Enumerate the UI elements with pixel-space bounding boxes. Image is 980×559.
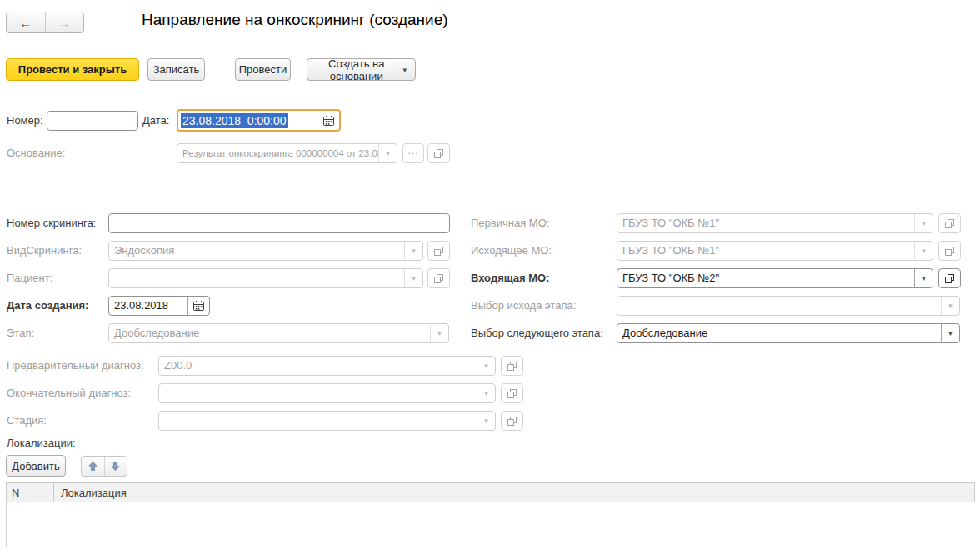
stage-value: Дообследование bbox=[109, 324, 430, 342]
creation-date-value: 23.08.2018 bbox=[109, 297, 188, 315]
chevron-down-icon: ▾ bbox=[438, 330, 442, 337]
calendar-button[interactable] bbox=[317, 111, 339, 130]
localizations-table-header: N Локализация bbox=[6, 482, 975, 502]
date-field[interactable]: 23.08.2018 0:00:00 bbox=[177, 109, 341, 132]
chevron-down-icon: ▾ bbox=[922, 247, 926, 255]
back-icon: ← bbox=[19, 16, 32, 30]
basis-field: Результат онкоскрининга 000000004 от 23.… bbox=[177, 143, 398, 163]
primary-mo-open-button bbox=[938, 213, 961, 233]
move-buttons-group bbox=[81, 456, 128, 477]
final-diagnosis-value bbox=[159, 384, 477, 402]
back-button[interactable]: ← bbox=[7, 12, 46, 32]
creation-date-field[interactable]: 23.08.2018 bbox=[108, 296, 210, 316]
add-button[interactable]: Добавить bbox=[6, 455, 66, 477]
arrow-down-icon bbox=[110, 461, 121, 472]
chevron-down-icon: ▾ bbox=[922, 275, 926, 282]
column-header-n: N bbox=[7, 483, 54, 502]
open-in-new-icon bbox=[433, 273, 444, 284]
create-based-on-button[interactable]: Создать на основании ▾ bbox=[307, 58, 416, 81]
incoming-mo-field[interactable]: ГБУЗ ТО "ОКБ №2" ▾ bbox=[617, 268, 933, 288]
number-input[interactable] bbox=[47, 111, 138, 131]
date-label: Дата: bbox=[142, 111, 169, 131]
next-stage-choice-dropdown-button[interactable]: ▾ bbox=[941, 324, 959, 342]
move-down-button[interactable] bbox=[105, 457, 128, 476]
stage-tnm-value bbox=[159, 412, 477, 430]
chevron-down-icon: ▾ bbox=[484, 390, 488, 397]
final-diagnosis-field: ▾ bbox=[158, 383, 496, 403]
post-button[interactable]: Провести bbox=[235, 58, 291, 81]
next-stage-choice-value: Дообследование bbox=[618, 324, 941, 342]
primary-mo-field: ГБУЗ ТО "ОКБ №1" ▾ bbox=[617, 213, 933, 233]
outgoing-mo-open-button bbox=[938, 241, 961, 261]
screening-kind-value: Эндоскопия bbox=[109, 242, 404, 260]
final-diagnosis-label: Окончательный диагноз: bbox=[7, 383, 131, 403]
prelim-diagnosis-field: Z00.0 ▾ bbox=[158, 356, 496, 376]
chevron-down-icon: ▾ bbox=[412, 247, 416, 255]
screening-kind-open-button bbox=[428, 241, 450, 261]
basis-label: Основание: bbox=[7, 143, 65, 163]
creation-date-label: Дата создания: bbox=[7, 296, 88, 316]
open-in-new-icon bbox=[944, 246, 955, 257]
open-in-new-icon bbox=[944, 273, 955, 284]
forward-button: → bbox=[46, 12, 84, 32]
stage-label: Этап: bbox=[7, 323, 34, 343]
chevron-down-icon: ▾ bbox=[412, 275, 416, 282]
patient-open-button bbox=[428, 268, 450, 288]
outgoing-mo-label: Исходящее МО: bbox=[471, 241, 552, 261]
incoming-mo-label: Входящая МО: bbox=[471, 268, 550, 288]
forward-icon: → bbox=[58, 16, 71, 30]
prelim-diagnosis-open-button bbox=[501, 356, 523, 376]
prelim-diagnosis-label: Предварительный диагноз: bbox=[7, 356, 144, 376]
number-label: Номер: bbox=[7, 111, 43, 131]
incoming-mo-dropdown-button[interactable]: ▾ bbox=[914, 269, 932, 287]
open-in-new-icon bbox=[433, 148, 444, 159]
outgoing-mo-value: ГБУЗ ТО "ОКБ №1" bbox=[618, 242, 914, 260]
outcome-choice-label: Выбор исхода этапа: bbox=[471, 296, 576, 316]
stage-field: Дообследование ▾ bbox=[108, 323, 449, 343]
basis-open-button bbox=[428, 143, 450, 163]
chevron-down-icon: ▾ bbox=[484, 362, 488, 370]
basis-ellipsis-button: ... bbox=[402, 143, 424, 163]
patient-label: Пациент: bbox=[7, 268, 52, 288]
chevron-down-icon: ▾ bbox=[386, 150, 390, 157]
post-and-close-button[interactable]: Провести и закрыть bbox=[6, 58, 139, 81]
open-in-new-icon bbox=[944, 218, 955, 229]
screening-kind-field: Эндоскопия ▾ bbox=[108, 241, 423, 261]
column-header-localization: Локализация bbox=[54, 487, 127, 499]
page-title: Направление на онкоскрининг (создание) bbox=[142, 11, 448, 29]
localizations-label: Локализации: bbox=[7, 433, 76, 453]
basis-dropdown: ▾ bbox=[378, 144, 397, 162]
creation-date-calendar-button[interactable] bbox=[188, 297, 209, 315]
chevron-down-icon: ▾ bbox=[948, 330, 952, 337]
primary-mo-value: ГБУЗ ТО "ОКБ №1" bbox=[618, 214, 914, 232]
next-stage-choice-field[interactable]: Дообследование ▾ bbox=[617, 323, 960, 343]
chevron-down-icon: ▾ bbox=[402, 66, 407, 74]
stage-tnm-open-button bbox=[501, 411, 523, 431]
next-stage-choice-label: Выбор следующего этапа: bbox=[471, 323, 603, 343]
nav-history-group: ← → bbox=[6, 12, 84, 33]
screening-number-label: Номер скрининга: bbox=[7, 213, 96, 233]
arrow-up-icon bbox=[88, 461, 98, 472]
outcome-choice-field: ▾ bbox=[617, 296, 960, 316]
calendar-icon bbox=[322, 115, 335, 127]
patient-value bbox=[109, 269, 404, 287]
screening-kind-label: ВидСкрининга: bbox=[7, 241, 82, 261]
incoming-mo-open-button[interactable] bbox=[938, 268, 961, 288]
save-button[interactable]: Записать bbox=[148, 58, 205, 81]
outgoing-mo-field: ГБУЗ ТО "ОКБ №1" ▾ bbox=[617, 241, 933, 261]
incoming-mo-value: ГБУЗ ТО "ОКБ №2" bbox=[618, 269, 914, 287]
chevron-down-icon: ▾ bbox=[484, 417, 488, 425]
stage-tnm-field: ▾ bbox=[158, 411, 496, 431]
primary-mo-label: Первичная МО: bbox=[471, 213, 549, 233]
move-up-button[interactable] bbox=[82, 457, 105, 476]
calendar-icon bbox=[192, 300, 205, 312]
date-value-selected: 23.08.2018 0:00:00 bbox=[181, 113, 288, 128]
final-diagnosis-open-button bbox=[501, 383, 523, 403]
open-in-new-icon bbox=[433, 246, 444, 257]
stage-tnm-label: Стадия: bbox=[7, 411, 47, 431]
localizations-table-body[interactable] bbox=[6, 502, 976, 547]
screening-number-input[interactable] bbox=[108, 213, 450, 233]
chevron-down-icon: ▾ bbox=[948, 302, 952, 310]
basis-value: Результат онкоскрининга 000000004 от 23.… bbox=[178, 144, 378, 162]
open-in-new-icon bbox=[507, 416, 518, 427]
